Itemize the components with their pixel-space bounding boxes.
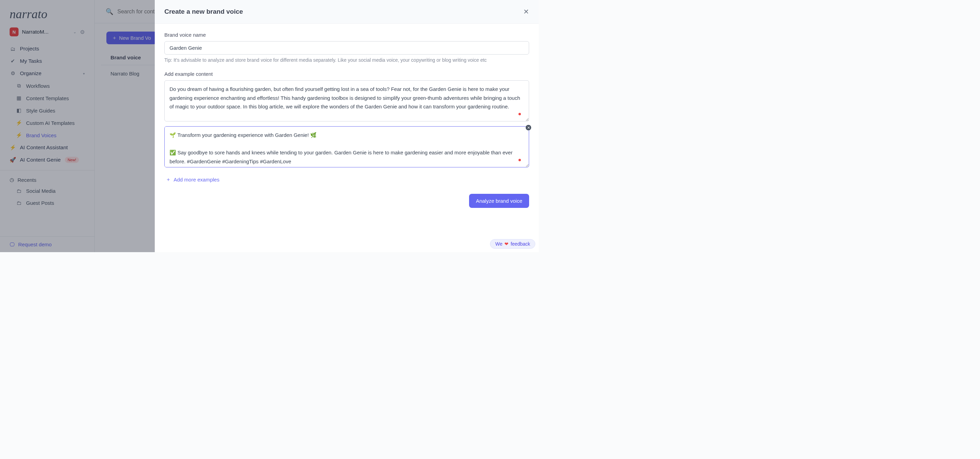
add-more-examples-button[interactable]: ＋ Add more examples xyxy=(164,172,221,187)
brand-voice-tip: Tip: It's advisable to analyze and store… xyxy=(164,57,529,63)
feedback-pill[interactable]: We ❤ feedback xyxy=(490,239,535,249)
brand-voice-name-input[interactable] xyxy=(164,41,529,54)
analyze-brand-voice-button[interactable]: Analyze brand voice xyxy=(469,194,529,208)
example-content-textarea-2[interactable] xyxy=(164,126,529,167)
status-dot-icon xyxy=(519,113,521,115)
example-content-label: Add example content xyxy=(164,71,529,77)
close-icon: ✕ xyxy=(527,125,530,130)
close-icon: ✕ xyxy=(523,8,529,16)
plus-icon: ＋ xyxy=(166,176,171,183)
feedback-we: We xyxy=(495,241,502,247)
remove-example-button[interactable]: ✕ xyxy=(526,125,531,130)
close-button[interactable]: ✕ xyxy=(523,8,529,16)
slideover-title: Create a new brand voice xyxy=(164,8,243,16)
heart-icon: ❤ xyxy=(504,241,509,247)
create-brand-voice-slideover: Create a new brand voice ✕ Brand voice n… xyxy=(155,0,539,252)
feedback-text: feedback xyxy=(511,241,530,247)
example-content-textarea-1[interactable] xyxy=(164,80,529,121)
status-dot-icon xyxy=(519,159,521,161)
brand-voice-name-label: Brand voice name xyxy=(164,32,529,38)
add-more-label: Add more examples xyxy=(173,177,219,183)
